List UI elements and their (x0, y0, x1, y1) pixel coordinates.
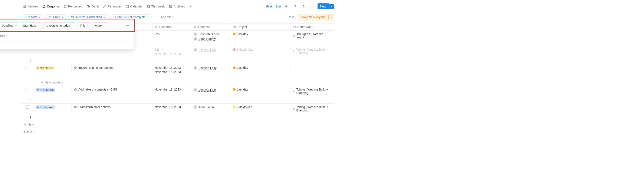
project-text: Tching | Website Build + Branding (296, 48, 328, 55)
filter-relative2-label: week (95, 24, 102, 27)
svg-point-20 (234, 26, 236, 28)
tab-per-project[interactable]: Per project (62, 4, 84, 9)
checkbox[interactable] (26, 105, 29, 109)
svg-point-6 (104, 5, 106, 7)
tab-this-week[interactable]: This week (145, 4, 166, 9)
more-icon[interactable] (124, 23, 130, 29)
calculate-footer[interactable]: lculate (21, 128, 334, 136)
reset-button[interactable]: Reset (288, 15, 296, 19)
deadline-text: November 15, 2023 (154, 105, 181, 109)
tab-kanban-label: Kanban (28, 5, 38, 8)
tab-kanban[interactable]: Kanban (21, 4, 40, 9)
table-row[interactable]: In progress Add table of contents in CMS… (21, 86, 334, 104)
filter-property-select[interactable]: Deadline (0, 22, 19, 29)
row-lateness-cell: 2 day(s) late (231, 46, 290, 53)
svg-point-18 (114, 16, 116, 18)
bolt-icon[interactable] (284, 4, 290, 9)
owner-person[interactable]: Dwayne Felty (193, 48, 216, 52)
lateness-dot-icon (233, 48, 236, 51)
tab-per-owner[interactable]: Per owner (101, 4, 123, 9)
clock-icon (292, 25, 296, 29)
delete-filter-button[interactable]: Delete filter (0, 41, 134, 49)
svg-point-35 (294, 91, 294, 91)
row-lateness-cell: 2 day(s) left (231, 104, 290, 110)
row-hours-cell: 2 (21, 96, 33, 103)
expand-icon[interactable] (300, 4, 306, 9)
checkbox[interactable] (26, 88, 29, 91)
column-owners[interactable]: Owner(s) (152, 24, 191, 30)
task-title: Add table of contents in CMS (78, 88, 117, 91)
svg-point-37 (195, 106, 196, 107)
tab-ongoing[interactable]: Ongoing (40, 4, 61, 11)
filter-operator-select[interactable]: Is relative to today (44, 22, 76, 29)
more-icon[interactable] (309, 4, 315, 9)
tab-archived[interactable]: Archived (167, 4, 187, 9)
sort-button[interactable]: Sort (275, 5, 281, 8)
calendar-icon (0, 24, 0, 27)
project-text: Bourgeon | Website Audit (297, 32, 328, 39)
gantt-icon (87, 5, 90, 8)
table-row[interactable]: Not started Import Relume component Nove… (21, 64, 334, 79)
row-status-cell[interactable]: In progress (33, 104, 72, 111)
add-filter-chip[interactable]: Add filter (154, 15, 175, 20)
owner-person[interactable]: Adah Harvey (193, 37, 216, 41)
owner-person[interactable]: Dwayne Felty (193, 66, 216, 70)
row-project-cell[interactable]: Tching | Website Build + Branding (290, 104, 331, 114)
row-checkbox-cell[interactable] (21, 64, 33, 71)
column-hours-label: Hours work... (297, 25, 315, 29)
tab-per-owner-label: Per owner (108, 5, 122, 8)
new-sub-item-button[interactable]: New sub-item (21, 79, 334, 86)
column-lateness-label: Lateness (198, 25, 210, 29)
tab-gantt[interactable]: Gantt (85, 4, 100, 9)
column-owners-label: Owner(s) (159, 25, 172, 29)
board-icon (23, 5, 26, 8)
filter-subprop-select[interactable]: Start date (21, 22, 42, 29)
column-hours[interactable]: Hours work... (290, 24, 331, 30)
row-checkbox-cell[interactable] (21, 86, 33, 93)
svg-rect-5 (88, 7, 89, 8)
column-lateness[interactable]: Lateness (191, 24, 231, 30)
add-view-button[interactable] (188, 4, 193, 9)
row-project-cell[interactable]: Tching | Website Build + Branding (290, 86, 331, 96)
tab-calendar[interactable]: Calendar (124, 4, 144, 9)
row-checkbox-cell[interactable] (21, 104, 33, 110)
status-badge: In progress (35, 88, 55, 92)
owner-person[interactable]: Dwayne Felty (193, 88, 216, 91)
deadline-text: November 13, 2023 (154, 88, 181, 91)
row-task-cell[interactable]: Add table of contents in CMS (72, 86, 152, 93)
layers-icon (64, 5, 67, 8)
checkbox[interactable] (26, 66, 29, 69)
row-lateness-cell: Last day (231, 31, 290, 37)
filter-button[interactable]: Filter (266, 5, 273, 8)
person-icon (154, 25, 158, 29)
row-project-cell[interactable]: Bourgeon | Website Audit (290, 31, 331, 41)
column-project[interactable]: Project (231, 24, 290, 30)
row-project-cell[interactable]: Tching | Website Build + Branding (290, 46, 331, 56)
row-status-cell[interactable]: Not started (33, 64, 72, 72)
owner-person[interactable]: Devorah Grothe (193, 32, 220, 36)
chevron-down-icon[interactable] (328, 15, 334, 20)
row-task-cell[interactable]: Brainstorm color options (72, 104, 152, 110)
owner-person[interactable]: Jibril Simon (193, 105, 214, 109)
svg-rect-9 (147, 6, 148, 7)
row-status-cell[interactable]: In progress (33, 86, 72, 93)
lateness-text: 2 day(s) late (237, 48, 253, 51)
svg-point-14 (312, 6, 312, 7)
deadline-text: November 15, 2023 (154, 52, 181, 55)
archive-chip-label: Archive: Unchecked (76, 15, 102, 19)
row-task-cell[interactable]: Import Relume component (72, 64, 152, 71)
filter-relative2-select[interactable]: week (93, 22, 108, 29)
table-row[interactable]: In progress Brainstorm color options Nov… (21, 104, 334, 121)
chevron-down-icon[interactable] (328, 4, 334, 9)
lateness-dot-icon (233, 88, 236, 91)
owner-name: Dwayne Felty (198, 48, 216, 51)
new-row-button[interactable]: New (21, 121, 334, 128)
calendar-week-icon (146, 5, 150, 8)
search-icon[interactable] (292, 4, 298, 9)
save-for-everyone-button[interactable]: Save for everyone (298, 14, 334, 20)
add-filter-rule-button[interactable]: Add filter rule (0, 32, 134, 41)
row-owners-cell: Dwayne Felty (191, 64, 231, 71)
new-button[interactable]: New (318, 4, 334, 9)
filter-relative1-select[interactable]: This (78, 22, 91, 29)
task-title: Brainstorm color options (78, 105, 110, 109)
